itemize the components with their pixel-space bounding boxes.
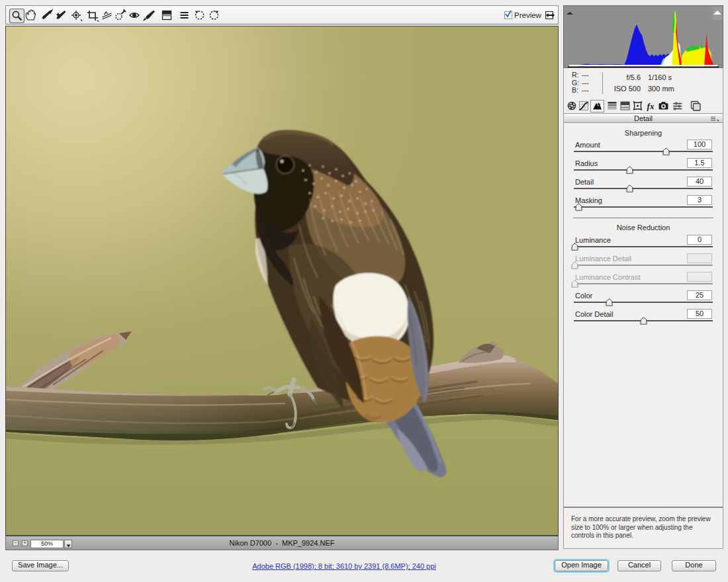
svg-text:fx: fx	[647, 101, 655, 111]
